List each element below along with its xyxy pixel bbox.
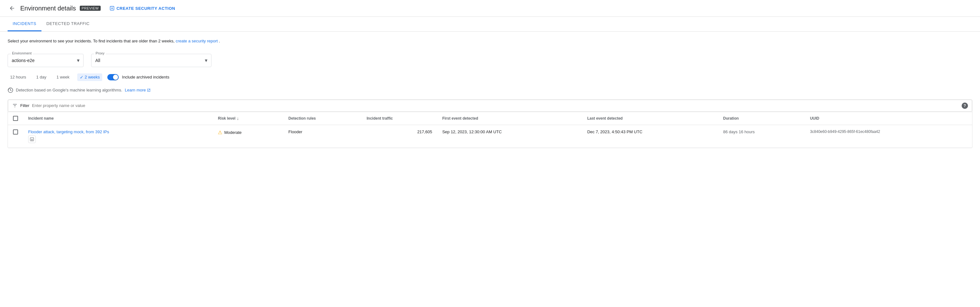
environment-select-wrapper: actions-e2e ▼ (8, 54, 84, 67)
tabs-bar: INCIDENTS DETECTED TRAFFIC (0, 17, 980, 32)
time-12h-button[interactable]: 12 hours (8, 73, 29, 81)
archived-toggle-label: Include archived incidents (122, 75, 169, 80)
th-risk-level[interactable]: Risk level ↓ (213, 112, 283, 125)
proxy-select[interactable]: All (91, 54, 212, 67)
info-text: Select your environment to see your inci… (8, 38, 972, 44)
ml-icon (8, 87, 13, 93)
th-incident-traffic: Incident traffic (361, 112, 437, 125)
table: Incident name Risk level ↓ Detection rul… (8, 112, 972, 148)
incident-traffic-cell: 217,605 (361, 125, 437, 148)
time-1d-button[interactable]: 1 day (34, 73, 49, 81)
warning-icon: ⚠ (218, 129, 222, 135)
select-all-checkbox[interactable] (13, 116, 18, 121)
th-incident-name: Incident name (23, 112, 213, 125)
environment-label: Environment (11, 51, 33, 55)
page-title: Environment details (20, 5, 76, 12)
last-event-cell: Dec 7, 2023, 4:50:43 PM UTC (582, 125, 718, 148)
th-checkbox (8, 112, 23, 125)
risk-level-cell: ⚠ Moderate (213, 125, 283, 148)
incident-name-cell: Flooder attack, targeting mock, from 392… (23, 125, 213, 148)
th-detection-rules: Detection rules (283, 112, 361, 125)
check-icon: ✓ (80, 75, 84, 80)
learn-more-link[interactable]: Learn more (125, 87, 150, 92)
th-first-event: First event detected (437, 112, 582, 125)
back-button[interactable] (8, 4, 16, 13)
time-filters-row: 12 hours 1 day 1 week ✓ 2 weeks Include … (8, 73, 972, 81)
create-security-report-link[interactable]: create a security report (176, 38, 218, 43)
first-event-cell: Sep 12, 2023, 12:30:00 AM UTC (437, 125, 582, 148)
ml-info-text: Detection based on Google's machine lear… (16, 87, 122, 92)
preview-badge: PREVIEW (80, 6, 101, 11)
ml-info-row: Detection based on Google's machine lear… (8, 87, 972, 93)
environment-field: Environment actions-e2e ▼ (8, 54, 84, 67)
duration-cell: 86 days 16 hours (718, 125, 805, 148)
time-2w-button[interactable]: ✓ 2 weeks (77, 73, 103, 81)
filter-label: Filter (20, 103, 29, 108)
sort-icon: ↓ (237, 116, 239, 121)
time-1w-button[interactable]: 1 week (54, 73, 72, 81)
proxy-field: Proxy All ▼ (91, 54, 212, 67)
incidents-table: Incident name Risk level ↓ Detection rul… (8, 112, 972, 148)
proxy-label: Proxy (94, 51, 106, 55)
table-body: Flooder attack, targeting mock, from 392… (8, 125, 972, 148)
detection-rules-cell: Flooder (283, 125, 361, 148)
filter-icon (12, 103, 18, 108)
incident-name-link[interactable]: Flooder attack, targeting mock, from 392… (28, 129, 109, 134)
th-duration: Duration (718, 112, 805, 125)
download-icon[interactable] (28, 135, 36, 143)
environment-select[interactable]: actions-e2e (8, 54, 84, 67)
dropdowns-row: Environment actions-e2e ▼ Proxy All ▼ (8, 51, 972, 67)
proxy-select-wrapper: All ▼ (91, 54, 212, 67)
row-checkbox-cell (8, 125, 23, 148)
filter-input[interactable] (32, 103, 959, 108)
filter-bar: Filter ? (8, 99, 972, 112)
tab-detected-traffic[interactable]: DETECTED TRAFFIC (41, 17, 95, 31)
tab-incidents[interactable]: INCIDENTS (8, 17, 41, 31)
toggle-thumb (113, 75, 118, 80)
row-checkbox[interactable] (13, 129, 18, 135)
main-content: Select your environment to see your inci… (0, 32, 980, 154)
page-header: Environment details PREVIEW CREATE SECUR… (0, 0, 980, 17)
archived-toggle[interactable] (107, 74, 119, 80)
table-section: Filter ? Incident name (8, 99, 972, 148)
create-security-action-button[interactable]: CREATE SECURITY ACTION (110, 6, 175, 11)
table-row: Flooder attack, targeting mock, from 392… (8, 125, 972, 148)
th-uuid: UUID (805, 112, 972, 125)
table-header: Incident name Risk level ↓ Detection rul… (8, 112, 972, 125)
th-last-event: Last event detected (582, 112, 718, 125)
archived-toggle-row: Include archived incidents (107, 74, 169, 80)
uuid-cell: 3c840e60-b949-4295-865f-61ec480faa42 (805, 125, 972, 148)
external-link-icon (147, 88, 151, 92)
help-icon[interactable]: ? (962, 103, 968, 109)
